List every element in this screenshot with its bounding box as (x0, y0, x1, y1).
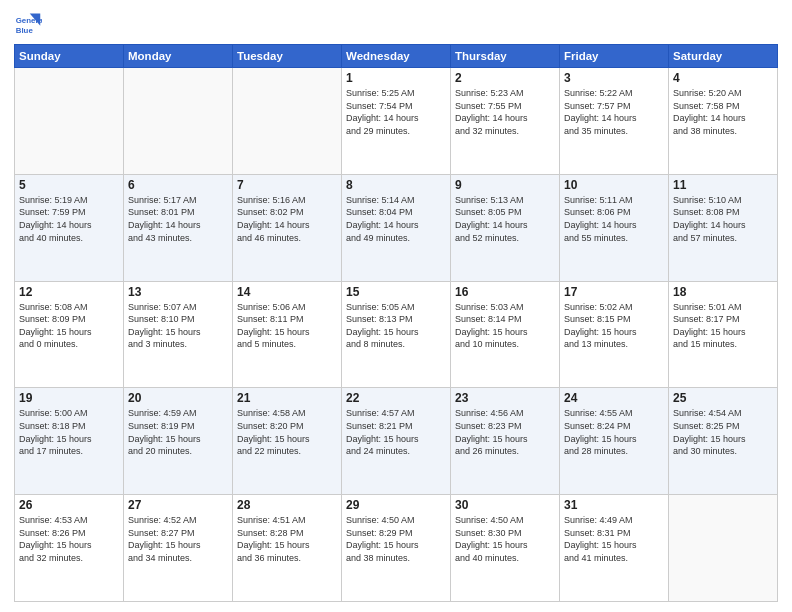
day-number: 12 (19, 285, 119, 299)
logo: General Blue (14, 10, 46, 38)
day-number: 9 (455, 178, 555, 192)
calendar-cell: 20Sunrise: 4:59 AM Sunset: 8:19 PM Dayli… (124, 388, 233, 495)
weekday-header-wednesday: Wednesday (342, 45, 451, 68)
page: General Blue SundayMondayTuesdayWednesda… (0, 0, 792, 612)
calendar-cell: 22Sunrise: 4:57 AM Sunset: 8:21 PM Dayli… (342, 388, 451, 495)
weekday-header-friday: Friday (560, 45, 669, 68)
calendar-cell: 31Sunrise: 4:49 AM Sunset: 8:31 PM Dayli… (560, 495, 669, 602)
cell-details: Sunrise: 4:57 AM Sunset: 8:21 PM Dayligh… (346, 407, 446, 457)
cell-details: Sunrise: 5:00 AM Sunset: 8:18 PM Dayligh… (19, 407, 119, 457)
calendar-cell: 23Sunrise: 4:56 AM Sunset: 8:23 PM Dayli… (451, 388, 560, 495)
cell-details: Sunrise: 4:52 AM Sunset: 8:27 PM Dayligh… (128, 514, 228, 564)
cell-details: Sunrise: 5:05 AM Sunset: 8:13 PM Dayligh… (346, 301, 446, 351)
cell-details: Sunrise: 4:51 AM Sunset: 8:28 PM Dayligh… (237, 514, 337, 564)
calendar-cell: 14Sunrise: 5:06 AM Sunset: 8:11 PM Dayli… (233, 281, 342, 388)
calendar-cell: 8Sunrise: 5:14 AM Sunset: 8:04 PM Daylig… (342, 174, 451, 281)
weekday-header-thursday: Thursday (451, 45, 560, 68)
cell-details: Sunrise: 5:13 AM Sunset: 8:05 PM Dayligh… (455, 194, 555, 244)
cell-details: Sunrise: 5:02 AM Sunset: 8:15 PM Dayligh… (564, 301, 664, 351)
svg-text:Blue: Blue (16, 26, 34, 35)
day-number: 31 (564, 498, 664, 512)
calendar-cell: 6Sunrise: 5:17 AM Sunset: 8:01 PM Daylig… (124, 174, 233, 281)
day-number: 3 (564, 71, 664, 85)
calendar-cell: 9Sunrise: 5:13 AM Sunset: 8:05 PM Daylig… (451, 174, 560, 281)
day-number: 6 (128, 178, 228, 192)
cell-details: Sunrise: 4:56 AM Sunset: 8:23 PM Dayligh… (455, 407, 555, 457)
day-number: 18 (673, 285, 773, 299)
cell-details: Sunrise: 4:50 AM Sunset: 8:30 PM Dayligh… (455, 514, 555, 564)
calendar-cell (669, 495, 778, 602)
cell-details: Sunrise: 5:25 AM Sunset: 7:54 PM Dayligh… (346, 87, 446, 137)
calendar-week-row: 12Sunrise: 5:08 AM Sunset: 8:09 PM Dayli… (15, 281, 778, 388)
calendar-cell: 7Sunrise: 5:16 AM Sunset: 8:02 PM Daylig… (233, 174, 342, 281)
day-number: 23 (455, 391, 555, 405)
cell-details: Sunrise: 4:53 AM Sunset: 8:26 PM Dayligh… (19, 514, 119, 564)
cell-details: Sunrise: 4:49 AM Sunset: 8:31 PM Dayligh… (564, 514, 664, 564)
cell-details: Sunrise: 4:50 AM Sunset: 8:29 PM Dayligh… (346, 514, 446, 564)
cell-details: Sunrise: 5:20 AM Sunset: 7:58 PM Dayligh… (673, 87, 773, 137)
day-number: 25 (673, 391, 773, 405)
calendar-week-row: 19Sunrise: 5:00 AM Sunset: 8:18 PM Dayli… (15, 388, 778, 495)
calendar-cell: 2Sunrise: 5:23 AM Sunset: 7:55 PM Daylig… (451, 68, 560, 175)
calendar-cell: 11Sunrise: 5:10 AM Sunset: 8:08 PM Dayli… (669, 174, 778, 281)
calendar-week-row: 5Sunrise: 5:19 AM Sunset: 7:59 PM Daylig… (15, 174, 778, 281)
day-number: 4 (673, 71, 773, 85)
calendar-header-row: SundayMondayTuesdayWednesdayThursdayFrid… (15, 45, 778, 68)
calendar-cell: 16Sunrise: 5:03 AM Sunset: 8:14 PM Dayli… (451, 281, 560, 388)
day-number: 30 (455, 498, 555, 512)
calendar-week-row: 26Sunrise: 4:53 AM Sunset: 8:26 PM Dayli… (15, 495, 778, 602)
calendar-cell: 21Sunrise: 4:58 AM Sunset: 8:20 PM Dayli… (233, 388, 342, 495)
cell-details: Sunrise: 5:07 AM Sunset: 8:10 PM Dayligh… (128, 301, 228, 351)
calendar-cell: 28Sunrise: 4:51 AM Sunset: 8:28 PM Dayli… (233, 495, 342, 602)
day-number: 29 (346, 498, 446, 512)
cell-details: Sunrise: 5:11 AM Sunset: 8:06 PM Dayligh… (564, 194, 664, 244)
cell-details: Sunrise: 5:08 AM Sunset: 8:09 PM Dayligh… (19, 301, 119, 351)
calendar-cell: 4Sunrise: 5:20 AM Sunset: 7:58 PM Daylig… (669, 68, 778, 175)
calendar-cell: 26Sunrise: 4:53 AM Sunset: 8:26 PM Dayli… (15, 495, 124, 602)
calendar-cell: 5Sunrise: 5:19 AM Sunset: 7:59 PM Daylig… (15, 174, 124, 281)
day-number: 22 (346, 391, 446, 405)
weekday-header-saturday: Saturday (669, 45, 778, 68)
calendar-table: SundayMondayTuesdayWednesdayThursdayFrid… (14, 44, 778, 602)
day-number: 1 (346, 71, 446, 85)
cell-details: Sunrise: 5:22 AM Sunset: 7:57 PM Dayligh… (564, 87, 664, 137)
calendar-cell: 17Sunrise: 5:02 AM Sunset: 8:15 PM Dayli… (560, 281, 669, 388)
calendar-cell (124, 68, 233, 175)
cell-details: Sunrise: 5:03 AM Sunset: 8:14 PM Dayligh… (455, 301, 555, 351)
header: General Blue (14, 10, 778, 38)
cell-details: Sunrise: 5:16 AM Sunset: 8:02 PM Dayligh… (237, 194, 337, 244)
day-number: 17 (564, 285, 664, 299)
cell-details: Sunrise: 5:23 AM Sunset: 7:55 PM Dayligh… (455, 87, 555, 137)
day-number: 15 (346, 285, 446, 299)
weekday-header-sunday: Sunday (15, 45, 124, 68)
calendar-cell: 3Sunrise: 5:22 AM Sunset: 7:57 PM Daylig… (560, 68, 669, 175)
day-number: 14 (237, 285, 337, 299)
day-number: 8 (346, 178, 446, 192)
day-number: 7 (237, 178, 337, 192)
cell-details: Sunrise: 5:01 AM Sunset: 8:17 PM Dayligh… (673, 301, 773, 351)
weekday-header-tuesday: Tuesday (233, 45, 342, 68)
cell-details: Sunrise: 5:17 AM Sunset: 8:01 PM Dayligh… (128, 194, 228, 244)
day-number: 5 (19, 178, 119, 192)
day-number: 27 (128, 498, 228, 512)
day-number: 16 (455, 285, 555, 299)
calendar-cell: 13Sunrise: 5:07 AM Sunset: 8:10 PM Dayli… (124, 281, 233, 388)
cell-details: Sunrise: 5:10 AM Sunset: 8:08 PM Dayligh… (673, 194, 773, 244)
calendar-cell: 29Sunrise: 4:50 AM Sunset: 8:29 PM Dayli… (342, 495, 451, 602)
calendar-cell (233, 68, 342, 175)
calendar-week-row: 1Sunrise: 5:25 AM Sunset: 7:54 PM Daylig… (15, 68, 778, 175)
day-number: 11 (673, 178, 773, 192)
calendar-cell: 18Sunrise: 5:01 AM Sunset: 8:17 PM Dayli… (669, 281, 778, 388)
calendar-cell: 15Sunrise: 5:05 AM Sunset: 8:13 PM Dayli… (342, 281, 451, 388)
day-number: 26 (19, 498, 119, 512)
cell-details: Sunrise: 5:19 AM Sunset: 7:59 PM Dayligh… (19, 194, 119, 244)
svg-text:General: General (16, 16, 42, 25)
day-number: 28 (237, 498, 337, 512)
cell-details: Sunrise: 4:55 AM Sunset: 8:24 PM Dayligh… (564, 407, 664, 457)
day-number: 2 (455, 71, 555, 85)
day-number: 10 (564, 178, 664, 192)
day-number: 21 (237, 391, 337, 405)
cell-details: Sunrise: 4:58 AM Sunset: 8:20 PM Dayligh… (237, 407, 337, 457)
cell-details: Sunrise: 4:59 AM Sunset: 8:19 PM Dayligh… (128, 407, 228, 457)
calendar-cell (15, 68, 124, 175)
